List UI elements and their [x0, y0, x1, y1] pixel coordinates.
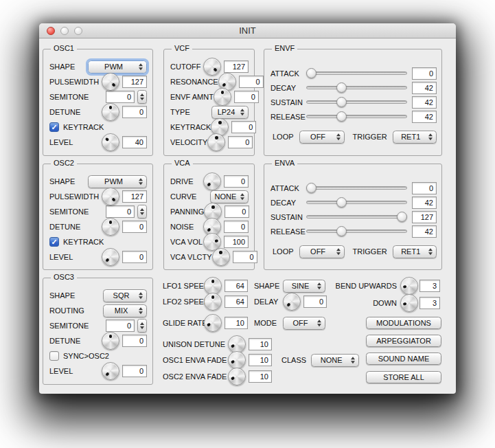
enva-release-field[interactable]: 42	[412, 225, 437, 238]
bend-upwards-field[interactable]: 3	[419, 280, 440, 292]
close-button[interactable]	[47, 27, 55, 35]
osc3-sync-checkbox[interactable]	[49, 351, 59, 361]
osc2-detune-knob[interactable]	[102, 218, 119, 236]
slider-thumb[interactable]	[306, 183, 316, 193]
vcf-type-select[interactable]: LP24	[211, 106, 249, 119]
envf-attack-field[interactable]: 0	[412, 67, 437, 80]
enva-loop-select[interactable]: OFF	[299, 245, 345, 258]
osc3-semitone-stepper[interactable]	[137, 319, 147, 333]
enva-decay-slider[interactable]	[306, 197, 407, 208]
slider-track[interactable]	[306, 215, 407, 219]
minimize-button[interactable]	[60, 27, 69, 35]
osc3-level-knob[interactable]	[102, 362, 119, 380]
osc1-semitone-stepper[interactable]	[137, 90, 147, 104]
envf-loop-select[interactable]: OFF	[299, 131, 345, 144]
envf-decay-slider[interactable]	[306, 82, 407, 93]
vcf-cutoff-knob[interactable]	[203, 58, 221, 76]
osc1-pulsewidth-knob[interactable]	[102, 73, 119, 91]
bend-down-field[interactable]: 3	[419, 297, 440, 309]
slider-thumb[interactable]	[397, 212, 407, 222]
enva-sustain-slider[interactable]	[306, 212, 407, 222]
envf-decay-field[interactable]: 42	[412, 82, 437, 94]
vca-vlcty-field[interactable]: 0	[233, 251, 257, 263]
glide-mode-select[interactable]: OFF	[283, 317, 325, 330]
enva-sustain-field[interactable]: 127	[412, 211, 437, 223]
arpeggiator-button[interactable]: ARPEGGIATOR	[366, 335, 441, 347]
osc3-routing-select[interactable]: MIX	[103, 304, 147, 317]
enva-release-slider[interactable]	[306, 226, 407, 236]
lfo1-speed-field[interactable]: 64	[225, 280, 248, 292]
slider-thumb[interactable]	[336, 97, 347, 107]
vca-vol-field[interactable]: 100	[224, 236, 249, 248]
osc2-pulsewidth-field[interactable]: 127	[122, 190, 147, 203]
osc2-detune-field[interactable]: 0	[122, 221, 147, 233]
slider-track[interactable]	[306, 71, 407, 75]
vcf-resonance-field[interactable]: 0	[239, 76, 264, 88]
unison-detune-field[interactable]: 10	[249, 338, 272, 350]
osc1-level-knob[interactable]	[102, 133, 119, 151]
bend-down-knob[interactable]	[400, 294, 418, 312]
titlebar[interactable]: INIT	[39, 23, 456, 38]
vcf-velocity-knob[interactable]	[207, 133, 225, 151]
osc3-detune-field[interactable]: 0	[122, 335, 147, 347]
slider-track[interactable]	[306, 229, 407, 233]
slider-track[interactable]	[306, 115, 407, 118]
sound-name-button[interactable]: SOUND NAME	[366, 352, 441, 365]
slider-thumb[interactable]	[336, 197, 347, 208]
lfo-delay-knob[interactable]	[283, 293, 301, 311]
osc1-level-field[interactable]: 40	[122, 136, 147, 148]
vcf-velocity-field[interactable]: 0	[228, 136, 253, 148]
glide-rate-field[interactable]: 10	[225, 317, 248, 329]
vcf-keytrack-field[interactable]: 0	[231, 121, 256, 133]
enva-attack-slider[interactable]	[306, 183, 407, 193]
osc1-enva-fade-knob[interactable]	[228, 351, 246, 369]
class-select[interactable]: NONE	[311, 354, 359, 367]
enva-attack-field[interactable]: 0	[412, 182, 437, 194]
envf-sustain-field[interactable]: 42	[412, 96, 437, 109]
lfo2-speed-field[interactable]: 64	[225, 295, 248, 308]
bend-upwards-knob[interactable]	[400, 277, 418, 295]
glide-rate-knob[interactable]	[204, 314, 222, 332]
envf-attack-slider[interactable]	[306, 68, 407, 78]
osc3-semitone-field[interactable]: 0	[106, 320, 135, 332]
osc1-shape-select[interactable]: PWM	[88, 60, 147, 74]
slider-thumb[interactable]	[306, 68, 316, 78]
slider-thumb[interactable]	[336, 226, 347, 236]
vca-curve-select[interactable]: NONE	[210, 190, 249, 203]
slider-track[interactable]	[306, 86, 407, 89]
osc2-semitone-stepper[interactable]	[137, 205, 147, 219]
osc1-enva-fade-field[interactable]: 10	[249, 354, 272, 366]
store-all-button[interactable]: STORE ALL	[366, 371, 441, 383]
osc2-enva-fade-knob[interactable]	[228, 368, 246, 385]
enva-decay-field[interactable]: 42	[412, 197, 437, 209]
enva-trigger-select[interactable]: RET1	[393, 245, 437, 258]
osc1-pulsewidth-field[interactable]: 127	[122, 76, 147, 88]
modulations-button[interactable]: MODULATIONS	[366, 317, 441, 329]
osc2-keytrack-checkbox[interactable]	[49, 237, 59, 247]
vca-panning-field[interactable]: 0	[225, 205, 249, 218]
lfo2-speed-knob[interactable]	[204, 293, 222, 311]
slider-track[interactable]	[306, 186, 407, 190]
lfo-delay-field[interactable]: 0	[303, 295, 327, 308]
osc1-detune-knob[interactable]	[102, 103, 119, 121]
vcf-envf-amnt-knob[interactable]	[214, 88, 231, 106]
osc1-detune-field[interactable]: 0	[122, 106, 147, 118]
osc3-level-field[interactable]: 0	[122, 365, 147, 377]
lfo-shape-select[interactable]: SINE	[283, 280, 325, 293]
envf-release-field[interactable]: 42	[412, 111, 437, 123]
slider-track[interactable]	[306, 201, 407, 204]
osc1-keytrack-checkbox[interactable]	[49, 122, 59, 132]
osc3-shape-select[interactable]: SQR	[103, 289, 147, 302]
zoom-button[interactable]	[74, 27, 82, 35]
vcf-envf-amnt-field[interactable]: 0	[234, 91, 259, 103]
vca-vlcty-knob[interactable]	[212, 248, 230, 266]
vca-drive-knob[interactable]	[203, 172, 221, 190]
osc2-shape-select[interactable]: PWM	[88, 175, 147, 188]
osc2-level-field[interactable]: 0	[122, 251, 147, 263]
slider-thumb[interactable]	[336, 82, 347, 93]
slider-track[interactable]	[306, 100, 407, 104]
vca-noise-field[interactable]: 0	[224, 221, 249, 233]
osc3-detune-knob[interactable]	[102, 332, 119, 350]
envf-trigger-select[interactable]: RET1	[393, 131, 437, 144]
osc2-enva-fade-field[interactable]: 10	[249, 370, 272, 383]
